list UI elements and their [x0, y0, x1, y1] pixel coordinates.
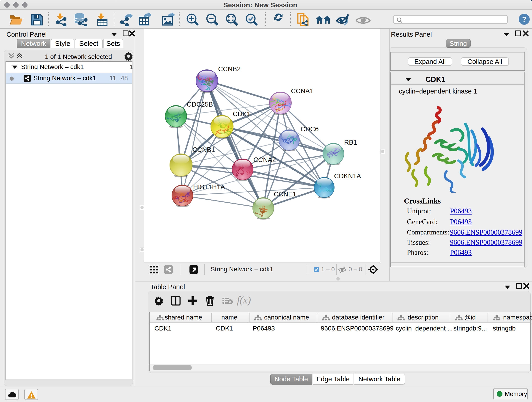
svg-text:CCNA2: CCNA2 — [253, 156, 276, 163]
svg-text:CDKN1A: CDKN1A — [334, 172, 361, 180]
svg-text:CDC6: CDC6 — [301, 125, 319, 133]
svg-text:HIST1H1A: HIST1H1A — [193, 183, 225, 191]
svg-text:CCNB2: CCNB2 — [218, 65, 241, 73]
svg-text:CCNA1: CCNA1 — [291, 87, 313, 95]
svg-text:CCNB1: CCNB1 — [192, 146, 215, 153]
svg-text:CDK1: CDK1 — [233, 110, 250, 118]
svg-text:CCNE1: CCNE1 — [274, 191, 296, 198]
svg-text:?: ? — [522, 15, 526, 23]
svg-text:CDC25B: CDC25B — [187, 101, 213, 108]
svg-text:RB1: RB1 — [344, 139, 357, 146]
